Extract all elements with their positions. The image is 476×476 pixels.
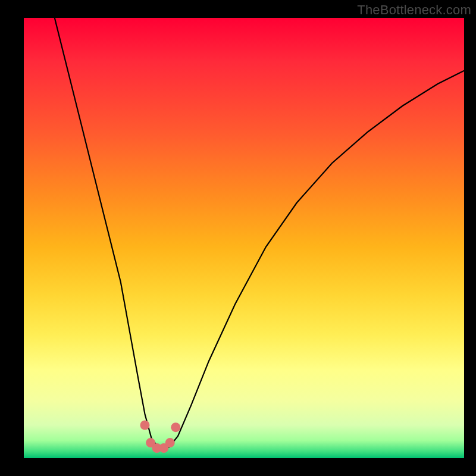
curve-marker bbox=[140, 421, 150, 430]
chart-plot-area bbox=[24, 18, 464, 458]
watermark-text: TheBottleneck.com bbox=[357, 2, 471, 18]
curve-marker bbox=[171, 422, 180, 432]
curve-marker bbox=[165, 438, 175, 447]
chart-frame: TheBottleneck.com bbox=[0, 0, 476, 476]
chart-svg bbox=[24, 18, 464, 458]
bottleneck-curve bbox=[55, 18, 464, 447]
curve-markers bbox=[140, 421, 181, 453]
